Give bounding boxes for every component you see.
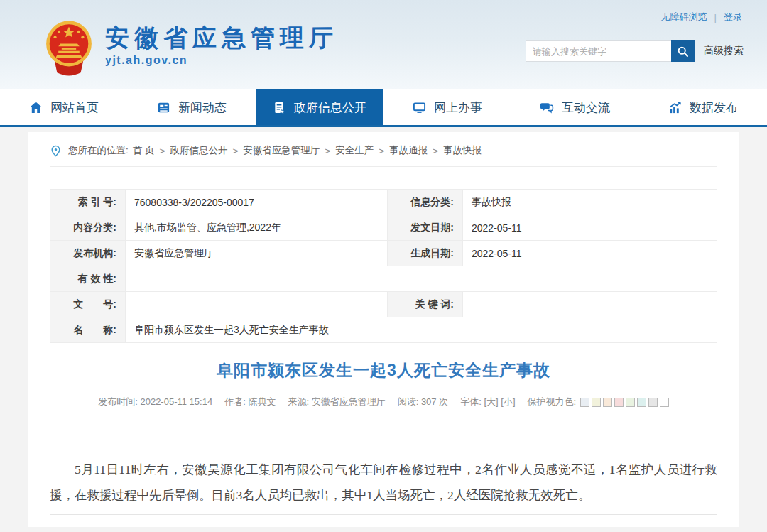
breadcrumb-home[interactable]: 首 页 (133, 144, 155, 157)
name-value: 阜阳市颍东区发生一起3人死亡安全生产事故 (126, 317, 717, 343)
view-count: 阅读: 307 次 (398, 396, 449, 408)
table-row: 文 号: 关 键 词: (50, 292, 717, 317)
nav-label: 数据发布 (690, 99, 738, 116)
chat-icon (540, 101, 554, 114)
nav-item-data-release[interactable]: 数据发布 (639, 89, 767, 125)
validity-label: 有 效 性: (50, 266, 126, 292)
color-swatch[interactable] (592, 398, 601, 407)
breadcrumb-prefix: 您所在的位置: (68, 144, 129, 157)
generate-date-value: 2022-05-11 (463, 241, 717, 266)
color-swatch[interactable] (603, 398, 612, 407)
doc-number-label: 文 号: (50, 292, 126, 317)
font-larger-button[interactable]: [大] (484, 396, 498, 407)
nav-label: 新闻动态 (178, 99, 227, 116)
color-swatch[interactable] (637, 398, 646, 407)
search-icon (677, 45, 689, 58)
validity-value (126, 266, 717, 292)
info-category-label: 信息分类: (388, 190, 463, 215)
table-row: 名 称: 阜阳市颍东区发生一起3人死亡安全生产事故 (50, 317, 717, 343)
nav-item-interaction[interactable]: 互动交流 (511, 89, 639, 125)
top-links-separator: | (714, 12, 717, 23)
nav-item-home[interactable]: 网站首页 (0, 89, 128, 125)
font-smaller-button[interactable]: [小] (501, 396, 515, 407)
site-brand[interactable]: 安徽省应急管理厅 yjt.ah.gov.cn (43, 18, 338, 78)
keywords-label: 关 键 词: (388, 292, 463, 317)
font-size-label: 字体: (460, 396, 482, 407)
name-label: 名 称: (50, 317, 126, 343)
location-pin-icon (50, 145, 62, 157)
article-meta: 发布时间: 2022-05-11 15:14 作者: 陈典文 来源: 安徽省应急… (50, 396, 717, 418)
content-panel: 您所在的位置: 首 页 > 政府信息公开 > 安徽省应急管理厅 > 安全生产 >… (28, 132, 739, 527)
breadcrumb-accident-report[interactable]: 事故通报 (389, 144, 428, 157)
site-domain: yjt.ah.gov.cn (105, 54, 338, 67)
accessibility-link[interactable]: 无障碍浏览 (661, 11, 707, 23)
source: 来源: 安徽省应急管理厅 (288, 396, 385, 408)
breadcrumb-separator: > (325, 146, 330, 156)
breadcrumb: 您所在的位置: 首 页 > 政府信息公开 > 安徽省应急管理厅 > 安全生产 >… (50, 132, 717, 167)
breadcrumb-department[interactable]: 安徽省应急管理厅 (243, 144, 320, 157)
table-row: 内容分类: 其他,市场监管、应急管理,2022年 发文日期: 2022-05-1… (50, 215, 717, 241)
nav-label: 政府信息公开 (294, 99, 366, 116)
home-icon (29, 101, 43, 114)
index-number-label: 索 引 号: (50, 190, 126, 215)
article-title: 阜阳市颍东区发生一起3人死亡安全生产事故 (50, 359, 717, 381)
top-utility-links: 无障碍浏览 | 登录 (661, 11, 742, 23)
national-emblem-icon (43, 18, 95, 78)
chart-icon (668, 101, 682, 114)
content-category-label: 内容分类: (50, 215, 126, 241)
breadcrumb-separator: > (160, 146, 165, 156)
news-icon (157, 101, 170, 114)
breadcrumb-safety[interactable]: 安全生产 (335, 144, 374, 157)
nav-label: 网上办事 (434, 99, 482, 116)
publish-time: 发布时间: 2022-05-11 15:14 (98, 396, 212, 408)
issue-date-value: 2022-05-11 (463, 215, 717, 241)
site-title: 安徽省应急管理厅 (105, 24, 338, 51)
nav-label: 互动交流 (562, 99, 610, 116)
eye-protection: 保护视力色: (528, 396, 669, 408)
color-swatch[interactable] (614, 398, 624, 407)
table-row: 发布机构: 安徽省应急管理厅 生成日期: 2022-05-11 (50, 241, 717, 266)
nav-item-news[interactable]: 新闻动态 (128, 89, 256, 125)
nav-item-gov-info[interactable]: 政府信息公开 (256, 89, 384, 125)
document-info-table: 索 引 号: 76080338-3/202205-00017 信息分类: 事故快… (50, 189, 717, 343)
info-category-value: 事故快报 (463, 190, 717, 215)
publisher-label: 发布机构: (50, 241, 126, 266)
color-swatch[interactable] (660, 398, 669, 407)
index-number-value: 76080338-3/202205-00017 (126, 190, 388, 215)
color-swatch[interactable] (648, 398, 658, 407)
keywords-value (463, 292, 717, 317)
main-nav: 网站首页 新闻动态 政府信息公开 网上办事 互动交流 (0, 89, 767, 127)
breadcrumb-separator: > (379, 146, 384, 156)
article-body: 5月11日11时左右，安徽昊源化工集团有限公司气化车间在检修过程中，2名作业人员… (50, 457, 717, 508)
breadcrumb-separator: > (433, 146, 438, 156)
site-header: 无障碍浏览 | 登录 安徽省应急管理厅 yjt.ah.gov.cn (0, 0, 767, 89)
brand-text: 安徽省应急管理厅 yjt.ah.gov.cn (105, 18, 338, 67)
table-row: 索 引 号: 76080338-3/202205-00017 信息分类: 事故快… (50, 190, 717, 215)
doc-number-value (126, 292, 388, 317)
advanced-search-link[interactable]: 高级搜索 (704, 45, 744, 58)
monitor-icon (413, 101, 426, 114)
search-input[interactable] (526, 40, 671, 62)
bottom-divider (50, 514, 717, 515)
author: 作者: 陈典文 (224, 396, 276, 408)
color-swatch[interactable] (580, 398, 589, 407)
eye-protection-swatches (580, 398, 669, 407)
nav-label: 网站首页 (50, 99, 99, 116)
breadcrumb-separator: > (232, 146, 238, 156)
search-area: 高级搜索 (526, 40, 744, 62)
eye-protection-label: 保护视力色: (528, 396, 577, 407)
content-category-value: 其他,市场监管、应急管理,2022年 (126, 215, 388, 241)
nav-item-online-services[interactable]: 网上办事 (384, 89, 511, 125)
color-swatch[interactable] (626, 398, 635, 407)
breadcrumb-gov-info[interactable]: 政府信息公开 (170, 144, 227, 157)
breadcrumb-accident-flash[interactable]: 事故快报 (443, 144, 482, 157)
page: 无障碍浏览 | 登录 安徽省应急管理厅 yjt.ah.gov.cn (0, 0, 767, 532)
search-button[interactable] (671, 40, 695, 62)
publisher-value: 安徽省应急管理厅 (126, 241, 388, 266)
table-row: 有 效 性: (50, 266, 717, 292)
document-icon (273, 101, 286, 114)
generate-date-label: 生成日期: (388, 241, 463, 266)
font-size-controls: 字体: [大] [小] (460, 396, 515, 408)
login-link[interactable]: 登录 (724, 11, 742, 23)
issue-date-label: 发文日期: (388, 215, 463, 241)
